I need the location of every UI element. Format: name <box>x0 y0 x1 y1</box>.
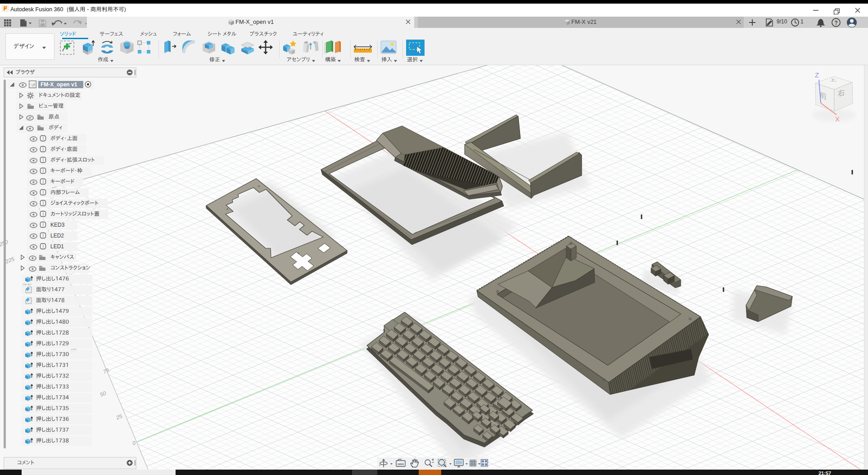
svg-text:X: X <box>835 115 840 123</box>
svg-text:Z: Z <box>815 71 819 79</box>
svg-text:?: ? <box>835 20 838 26</box>
